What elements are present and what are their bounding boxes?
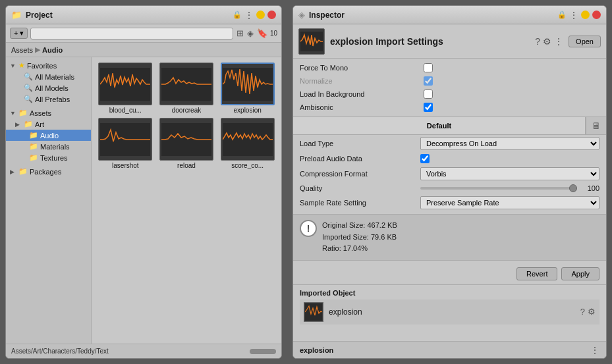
sidebar-item-all-models[interactable]: 🔍 All Models [6, 82, 91, 93]
tabs-row: Default 🖥 [293, 117, 606, 135]
arrow-icon: ▶ [10, 169, 16, 175]
lock-icon: 🔒 [233, 11, 242, 19]
magnifier-icon: 🔍 [24, 84, 33, 92]
breadcrumb-audio[interactable]: Audio [42, 46, 63, 54]
sidebar-item-audio[interactable]: 📁 Audio [6, 130, 91, 141]
file-thumb-explosion [221, 63, 275, 105]
breadcrumb-assets[interactable]: Assets [11, 46, 33, 54]
arrow-icon: ▼ [10, 63, 16, 69]
quality-label: Quality [300, 184, 415, 192]
waveform-svg [161, 123, 211, 156]
sidebar-item-all-materials[interactable]: 🔍 All Materials [6, 71, 91, 82]
load-in-background-row: Load In Background [300, 88, 599, 101]
arrow-icon: ▼ [10, 110, 16, 117]
folder-icon: 📁 [29, 153, 38, 162]
normalize-checkbox[interactable] [424, 76, 433, 86]
sidebar-item-materials[interactable]: 📁 Materials [6, 141, 91, 152]
toolbar-icons: ⊞ ◈ 🔖 10 [236, 28, 277, 39]
imported-object-label: Imported Object [300, 289, 599, 297]
imported-thumb [304, 302, 323, 322]
lock-icon: 🔒 [557, 11, 567, 19]
sidebar-item-art[interactable]: ▶ 📁 Art [6, 118, 91, 130]
file-item-lasershot[interactable]: lasershot [97, 118, 154, 169]
load-type-label: Load Type [300, 140, 415, 147]
force-to-mono-checkbox[interactable] [424, 63, 433, 72]
scroll-thumb[interactable] [250, 349, 276, 354]
star-icon: ★ [18, 61, 25, 70]
file-item-reload[interactable]: reload [158, 118, 215, 169]
tab-monitor[interactable]: 🖥 [586, 117, 606, 134]
quality-slider-thumb[interactable] [569, 184, 577, 192]
svg-rect-8 [300, 32, 323, 51]
ambisonic-checkbox[interactable] [424, 103, 433, 112]
open-button[interactable]: Open [569, 36, 601, 47]
imported-item: explosion ? ⚙ [300, 299, 599, 325]
tab-content: Load Type Decompress On Load Compressed … [293, 135, 606, 211]
project-panel: 📁 Project 🔒 ⋮ + ▾ ⊞ ◈ 🔖 10 Assets ▶ Audi… [5, 5, 282, 359]
original-size-value: 467.2 KB [367, 221, 397, 229]
inspector-minimize-button[interactable] [581, 11, 590, 19]
inspector-close-button[interactable] [592, 11, 601, 19]
inspector-header-icons: ? ⚙ ⋮ [535, 36, 563, 47]
titlebar-controls: 🔒 ⋮ [233, 10, 276, 20]
tab-default[interactable]: Default [293, 117, 586, 134]
audio-thumbnail [298, 28, 325, 55]
waveform-svg [223, 68, 273, 101]
load-type-row: Load Type Decompress On Load Compressed … [293, 135, 606, 152]
file-item-blood[interactable]: blood_cu... [97, 63, 154, 114]
file-item-doorcreak[interactable]: doorcreak [158, 63, 215, 114]
file-item-score[interactable]: score_co... [219, 118, 276, 169]
add-button[interactable]: + ▾ [10, 28, 28, 39]
preload-audio-row: Preload Audio Data [293, 152, 606, 165]
inspector-panel: ◈ Inspector 🔒 ⋮ explosion Import Setting… [292, 5, 607, 359]
force-to-mono-label: Force To Mono [300, 64, 418, 72]
filter-button[interactable]: ◈ [246, 28, 254, 39]
sidebar-item-all-prefabs[interactable]: 🔍 All Prefabs [6, 93, 91, 105]
breadcrumb: Assets ▶ Audio [6, 43, 281, 57]
compression-format-row: Compression Format Vorbis PCM ADPCM [293, 165, 606, 182]
file-label: doorcreak [172, 107, 201, 114]
waveform-svg [100, 68, 150, 101]
action-buttons: Revert Apply [293, 263, 606, 284]
sidebar-item-label: Packages [30, 168, 61, 176]
sidebar-item-packages[interactable]: ▶ 📁 Packages [6, 166, 91, 177]
sample-rate-select[interactable]: Preserve Sample Rate Optimize Sample Rat… [420, 196, 599, 209]
more-icon[interactable]: ⋮ [590, 345, 599, 355]
imported-size-value: 79.6 KB [371, 233, 397, 241]
close-button[interactable] [267, 11, 276, 19]
sidebar-item-label: All Materials [35, 73, 74, 81]
minimize-button[interactable] [256, 11, 265, 19]
load-in-background-checkbox[interactable] [424, 90, 433, 99]
revert-button[interactable]: Revert [516, 267, 557, 280]
svg-rect-5 [223, 123, 273, 156]
waveform-svg [100, 123, 150, 156]
compression-format-select[interactable]: Vorbis PCM ADPCM [420, 167, 599, 180]
preload-audio-checkbox[interactable] [420, 154, 430, 163]
sample-rate-row: Sample Rate Setting Preserve Sample Rate… [293, 194, 606, 211]
path-text: Assets/Art/Characters/Teddy/Text [11, 348, 246, 355]
preload-audio-label: Preload Audio Data [300, 155, 415, 163]
waveform-svg [161, 68, 211, 101]
file-grid-area: blood_cu... doorcreak [92, 57, 281, 344]
sidebar-item-label: Materials [40, 143, 70, 151]
sidebar-item-label: All Models [35, 84, 69, 92]
star-filter-button[interactable]: 🔖 [256, 28, 268, 39]
apply-button[interactable]: Apply [561, 267, 599, 280]
imported-size-label: Imported Size: [322, 233, 369, 241]
breadcrumb-sep: ▶ [35, 45, 40, 54]
original-size-label: Original Size: [322, 221, 365, 229]
load-type-select[interactable]: Decompress On Load Compressed In Memory … [420, 137, 599, 150]
info-box: ! Original Size: 467.2 KB Imported Size:… [293, 214, 606, 261]
quality-slider-track[interactable] [420, 187, 577, 190]
sidebar-item-textures[interactable]: 📁 Textures [6, 152, 91, 163]
waveform-svg [223, 123, 273, 156]
search-input[interactable] [30, 28, 233, 39]
sidebar-item-favorites[interactable]: ▼ ★ Favorites [6, 60, 91, 71]
eye-count: 10 [270, 30, 277, 37]
grid-view-button[interactable]: ⊞ [236, 28, 244, 39]
file-item-explosion[interactable]: explosion [219, 63, 276, 114]
sidebar-item-assets[interactable]: ▼ 📁 Assets [6, 107, 91, 118]
ambisonic-label: Ambisonic [300, 103, 418, 111]
info-icon: ! [300, 220, 317, 237]
quality-row: Quality 100 [293, 182, 606, 194]
